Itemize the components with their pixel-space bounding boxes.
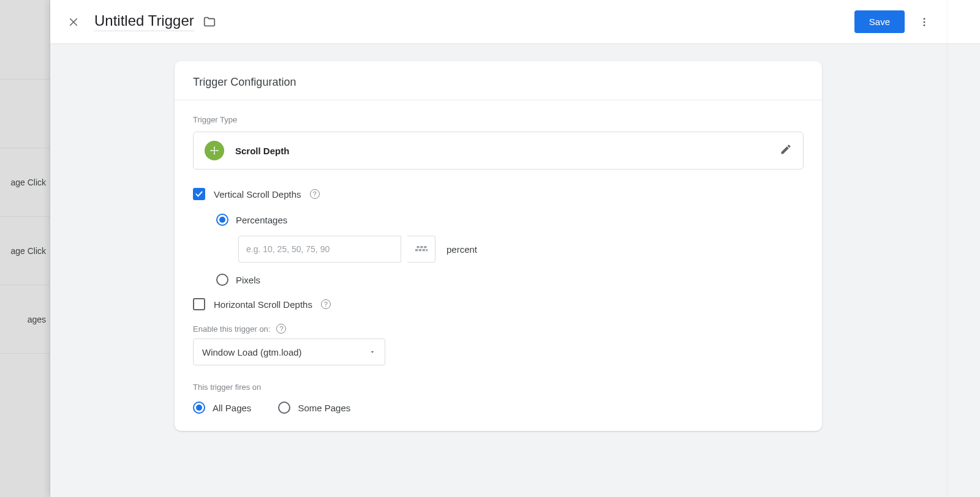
scrim-row	[0, 354, 50, 388]
some-pages-label: Some Pages	[298, 403, 350, 413]
pencil-icon	[780, 143, 792, 155]
kebab-icon	[919, 17, 930, 28]
trigger-type-label: Trigger Type	[193, 115, 804, 124]
enable-trigger-label: Enable this trigger on:	[193, 324, 270, 334]
variable-picker-button[interactable]	[407, 236, 435, 263]
percentages-label: Percentages	[236, 215, 287, 225]
panel-overflow-right	[946, 0, 980, 497]
svg-rect-14	[418, 249, 421, 251]
trigger-title[interactable]: Untitled Trigger	[94, 12, 194, 31]
folder-button[interactable]	[203, 15, 216, 29]
svg-rect-11	[420, 246, 423, 248]
card-title: Trigger Configuration	[175, 61, 822, 100]
svg-rect-15	[422, 249, 424, 251]
pixels-label: Pixels	[236, 275, 260, 285]
scrim-row: age Click	[0, 217, 50, 285]
percentages-input[interactable]	[238, 236, 401, 263]
scroll-depth-icon	[205, 141, 224, 160]
page-scrim: age Click age Click ages	[0, 0, 50, 497]
some-pages-radio[interactable]	[278, 402, 290, 414]
svg-rect-13	[415, 249, 418, 251]
enable-trigger-select[interactable]: Window Load (gtm.load)	[193, 338, 385, 365]
help-icon[interactable]: ?	[276, 324, 286, 334]
panel-header: Untitled Trigger Save	[50, 0, 946, 44]
folder-icon	[203, 15, 216, 29]
help-icon[interactable]: ?	[310, 189, 320, 199]
percentages-input-row: percent	[238, 236, 804, 263]
fires-on-label: This trigger fires on	[193, 383, 804, 392]
panel-body: Trigger Configuration Trigger Type Scrol…	[50, 44, 946, 497]
svg-point-4	[924, 24, 925, 26]
svg-point-2	[924, 18, 925, 20]
scrim-header-block	[0, 0, 50, 80]
trigger-type-selector[interactable]: Scroll Depth	[193, 132, 804, 170]
help-icon[interactable]: ?	[321, 299, 331, 309]
enable-trigger-value: Window Load (gtm.load)	[202, 347, 302, 357]
all-pages-row: All Pages	[193, 402, 251, 414]
trigger-slideover-panel: Untitled Trigger Save Trigger Configurat…	[50, 0, 946, 497]
chevron-down-icon	[369, 347, 376, 357]
percentages-radio[interactable]	[216, 214, 228, 226]
vertical-scroll-row: Vertical Scroll Depths ?	[193, 188, 804, 200]
pixels-radio-row: Pixels	[216, 274, 804, 286]
horizontal-scroll-checkbox[interactable]	[193, 298, 205, 310]
horizontal-scroll-label: Horizontal Scroll Depths	[214, 299, 312, 310]
all-pages-radio[interactable]	[193, 402, 205, 414]
percent-unit-label: percent	[447, 244, 477, 255]
percentages-radio-row: Percentages	[216, 214, 804, 226]
more-menu-button[interactable]	[912, 10, 937, 34]
svg-rect-16	[426, 249, 428, 251]
vertical-scroll-checkbox[interactable]	[193, 188, 205, 200]
svg-rect-12	[424, 246, 426, 248]
close-icon	[68, 17, 79, 28]
close-button[interactable]	[61, 10, 86, 34]
brick-icon	[415, 245, 428, 253]
horizontal-scroll-row: Horizontal Scroll Depths ?	[193, 298, 804, 310]
edit-trigger-type-button[interactable]	[780, 143, 792, 158]
save-button[interactable]: Save	[854, 10, 905, 33]
svg-point-5	[213, 149, 215, 151]
scrim-row: ages	[0, 285, 50, 354]
trigger-type-value: Scroll Depth	[235, 146, 289, 156]
all-pages-label: All Pages	[213, 403, 251, 413]
scrim-row: age Click	[0, 148, 50, 217]
scrim-row	[0, 80, 50, 148]
vertical-scroll-label: Vertical Scroll Depths	[214, 189, 301, 200]
svg-point-3	[924, 21, 925, 23]
pixels-radio[interactable]	[216, 274, 228, 286]
svg-rect-10	[417, 246, 419, 248]
some-pages-row: Some Pages	[278, 402, 350, 414]
trigger-config-card: Trigger Configuration Trigger Type Scrol…	[175, 61, 822, 431]
